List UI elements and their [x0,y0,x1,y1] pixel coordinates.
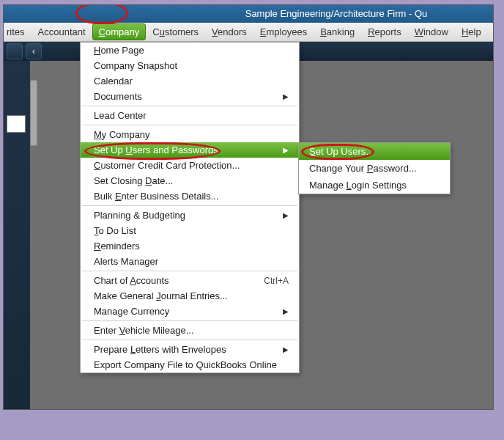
menu-item-label: Alerts Manager [94,256,158,267]
menu-item-label: Prepare Letters with Envelopes [94,344,226,355]
menu-item-employees[interactable]: Employees [253,23,314,40]
menu-item[interactable]: Documents▶ [81,89,299,104]
menubar: rites Accountant Company Customers Vendo… [4,23,493,42]
menu-item-label: Home Page [94,45,144,56]
submenu-item-label: Change Your Password... [309,163,417,174]
menu-separator [82,125,297,125]
menu-item[interactable]: Make General Journal Entries... [81,288,299,304]
submenu-item-label: Manage Login Settings [309,180,407,191]
submenu-item-label: Set Up Users... [309,146,374,157]
menu-item[interactable]: Reminders [81,238,299,254]
menu-item-label: To Do List [94,225,136,236]
submenu-item[interactable]: Set Up Users... [299,143,450,160]
menu-item[interactable]: Prepare Letters with Envelopes▶ [81,342,299,357]
menu-item-label: Enter Vehicle Mileage... [94,325,194,336]
menu-item[interactable]: My Company [81,127,299,142]
menu-item[interactable]: Home Page [81,43,299,58]
menu-item-label: My Company [94,129,150,140]
company-dropdown-menu: Home PageCompany SnapshotCalendarDocumen… [80,42,300,373]
menu-item-label: Planning & Budgeting [94,210,185,221]
menu-item-label: Documents [94,91,142,102]
menu-separator [82,205,297,206]
app-window: Sample Engineering/Architecture Firm - Q… [3,4,494,410]
submenu-arrow-icon: ▶ [283,345,289,353]
menu-item[interactable]: Company Snapshot [81,58,299,73]
submenu-item[interactable]: Manage Login Settings [299,177,450,194]
menu-item-customers[interactable]: Customers [146,23,205,40]
sidebar [4,61,30,410]
menu-item[interactable]: Enter Vehicle Mileage... [81,323,299,338]
menu-item-label: Bulk Enter Business Details... [94,191,219,202]
menu-item[interactable]: Manage Currency▶ [81,304,299,319]
menu-shortcut: Ctrl+A [264,276,289,286]
menu-item[interactable]: Calendar [81,73,299,89]
submenu-arrow-icon: ▶ [283,307,289,315]
menu-item-label: Customer Credit Card Protection... [94,160,240,171]
users-passwords-submenu: Set Up Users...Change Your Password...Ma… [298,142,451,194]
menu-item[interactable]: Bulk Enter Business Details... [81,188,299,204]
menu-item-window[interactable]: Window [408,23,455,40]
menu-item[interactable]: Export Company File to QuickBooks Online [81,357,299,373]
toolbar-button-unknown[interactable] [7,43,23,59]
scrollbar-thumb[interactable] [30,80,37,146]
sidebar-panel-icon[interactable] [7,115,26,133]
menu-item-label: Calendar [94,76,133,87]
window-title: Sample Engineering/Architecture Firm - Q… [245,8,428,19]
menu-item[interactable]: Set Up Users and Passwords▶ [81,142,299,158]
window-titlebar: Sample Engineering/Architecture Firm - Q… [4,5,493,23]
menu-item-label: Set Up Users and Passwords [94,144,218,155]
menu-item[interactable]: Customer Credit Card Protection... [81,158,299,173]
menu-item[interactable]: Set Closing Date... [81,173,299,188]
menu-item-label: Chart of Accounts [94,275,169,286]
menu-item[interactable]: Chart of AccountsCtrl+A [81,273,299,288]
menu-separator [82,320,297,321]
menu-item-label: Lead Center [94,110,147,121]
menu-separator [82,340,297,340]
menu-item-help[interactable]: Help [455,23,488,40]
menu-item-accountant[interactable]: Accountant [32,23,92,40]
menu-item-banking[interactable]: Banking [314,23,361,40]
menu-separator [82,271,297,271]
menu-item-label: Export Company File to QuickBooks Online [94,359,277,370]
submenu-item[interactable]: Change Your Password... [299,160,450,177]
menu-item[interactable]: Alerts Manager [81,254,299,269]
menu-item-label: Company Snapshot [94,60,177,71]
submenu-arrow-icon: ▶ [283,211,289,219]
menu-item[interactable]: Lead Center [81,108,299,123]
menu-item[interactable]: To Do List [81,223,299,238]
menu-item-label: Reminders [94,241,140,252]
menu-item-partial[interactable]: rites [5,23,32,40]
menu-item-label: Manage Currency [94,306,169,317]
menu-item[interactable]: Planning & Budgeting▶ [81,208,299,223]
menu-item-vendors[interactable]: Vendors [205,23,253,40]
menu-item-label: Make General Journal Entries... [94,290,228,301]
toolbar-back-button[interactable]: ‹ [26,43,42,59]
submenu-arrow-icon: ▶ [283,92,289,100]
menu-item-company[interactable]: Company [92,23,147,40]
menu-item-label: Set Closing Date... [94,175,173,186]
submenu-arrow-icon: ▶ [283,146,289,154]
menu-separator [82,106,297,106]
menu-item-reports[interactable]: Reports [361,23,408,40]
